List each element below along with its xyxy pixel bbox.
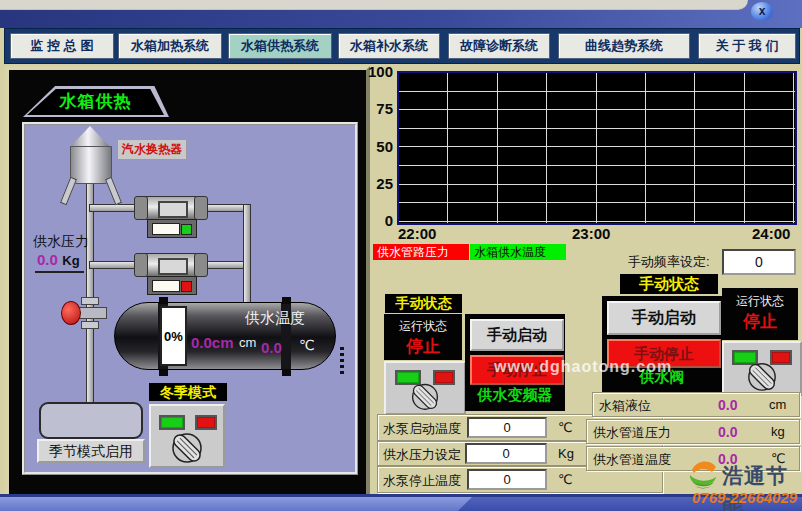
supply-pressure-set-input[interactable] (465, 443, 547, 464)
tab-tank-heating-system[interactable]: 水箱加热系统 (118, 33, 222, 59)
panel-title: 水箱供热 (27, 89, 164, 115)
x-tick-2200: 22:00 (398, 225, 436, 242)
inverter-device-name: 供水变频器 (465, 386, 565, 405)
inverter-button-frame: 手动启动 手动停止 供水变频器 (465, 314, 565, 411)
y-tick-25: 25 (360, 175, 393, 192)
pipe-vertical-to-tank (243, 204, 251, 305)
supply-pipe-pressure-readout: 0.0 (718, 424, 737, 440)
pump-start-temp-input[interactable] (467, 417, 547, 438)
supply-pressure-readout: 0.0 Kg (35, 251, 84, 273)
setpoint-label: 水泵停止温度 (383, 472, 461, 490)
tab-tank-heat-supply-system[interactable]: 水箱供热系统 (228, 33, 332, 59)
season-red-light (195, 415, 217, 430)
steam-dots (340, 347, 344, 377)
trend-chart-plot (397, 71, 797, 225)
y-tick-0: 0 (360, 212, 393, 229)
pump-1 (135, 196, 207, 220)
inverter-run-status-label: 运行状态 (384, 318, 462, 335)
rotary-switch-icon (168, 430, 206, 464)
close-icon[interactable]: x (751, 2, 773, 21)
valve-run-status-panel: 运行状态 停止 (722, 288, 798, 340)
valve-manual-status-label: 手动状态 (620, 274, 718, 294)
legend-supply-line-pressure: 供水管路压力 (373, 244, 469, 260)
valve-flange-bottom (81, 321, 99, 329)
season-mode-switch[interactable] (149, 404, 225, 468)
winter-mode-label: 冬季模式 (149, 383, 227, 401)
titlebar-highlight-strip (0, 0, 748, 10)
setpoint-unit: Kg (558, 446, 574, 461)
legend-tank-supply-temp: 水箱供水温度 (470, 244, 566, 260)
valve-run-status-value: 停止 (722, 310, 798, 333)
valve-handwheel[interactable] (61, 301, 81, 325)
setpoint-label: 水泵启动温度 (383, 420, 461, 438)
heat-exchanger-label: 汽水换热器 (117, 139, 187, 160)
pump-stop-temp-input[interactable] (467, 469, 547, 490)
setpoint-unit: ℃ (558, 472, 573, 487)
valve-body (77, 307, 107, 319)
y-tick-50: 50 (360, 138, 393, 155)
tab-fault-diagnosis-system[interactable]: 故障诊断系统 (448, 33, 550, 59)
supply-pressure-value: 0.0 (37, 251, 58, 268)
hmi-window: x 监 控 总 图 水箱加热系统 水箱供热系统 水箱补水系统 故障诊断系统 曲线… (0, 0, 802, 511)
valve-device-name: 供水阀 (602, 368, 722, 387)
supply-pressure-unit: Kg (62, 253, 79, 268)
tab-trend-curve-system[interactable]: 曲线趋势系统 (558, 33, 690, 59)
valve-flange-top (81, 297, 99, 305)
season-mode-enable-button[interactable]: 季节模式启用 (37, 439, 145, 463)
valve-manual-stop-button[interactable]: 手动停止 (607, 339, 721, 368)
rotary-switch-icon (743, 360, 781, 392)
setpoint-unit: ℃ (558, 420, 573, 435)
supply-pressure-label: 供水压力 (33, 233, 89, 251)
tank-level-readout: 0.0 (718, 397, 737, 413)
y-tick-75: 75 (360, 100, 393, 117)
pump-1-status-light (181, 224, 192, 235)
tab-tank-refill-system[interactable]: 水箱补水系统 (338, 33, 440, 59)
inverter-manual-status-label: 手动状态 (385, 294, 462, 313)
tank-temp-label: 供水温度 (245, 309, 305, 328)
tank-temp-unit: ℃ (299, 337, 315, 353)
tab-monitor-overview[interactable]: 监 控 总 图 (10, 33, 114, 59)
readout-label: 水箱液位 (599, 397, 651, 415)
readout-row: 供水管道压力 0.0 kg (586, 419, 800, 444)
season-mode-display (39, 402, 143, 439)
tank-level-unit: cm (239, 335, 256, 350)
x-tick-2400: 24:00 (752, 225, 790, 242)
manual-freq-label: 手动频率设定: (628, 253, 710, 271)
heat-exchanger-leg-left (60, 177, 77, 206)
inverter-run-status-value: 停止 (384, 335, 462, 358)
heat-exchanger-cone (70, 126, 110, 147)
pump-2-display (147, 276, 197, 295)
valve-manual-start-button[interactable]: 手动启动 (607, 301, 721, 335)
inverter-switch[interactable] (384, 361, 466, 415)
valve-switch[interactable] (722, 341, 802, 396)
heat-exchanger-leg-right (105, 177, 122, 206)
rotary-switch-icon (406, 381, 444, 411)
tank-level-bar: 0% (160, 306, 187, 366)
readout-row: 水箱液位 0.0 cm (592, 392, 800, 417)
taskbar-left (0, 497, 472, 511)
company-phone: 0769-22664029 (692, 489, 797, 506)
inverter-manual-stop-button[interactable]: 手动停止 (470, 355, 564, 385)
pump-2-status-light (181, 281, 192, 292)
setpoint-label: 供水压力设定 (383, 446, 461, 464)
panel-title-tab: 水箱供热 (23, 86, 169, 117)
inverter-run-status-panel: 运行状态 停止 (384, 314, 462, 360)
supply-tank: 0% 0.0cm cm 供水温度 0.0 ℃ (114, 302, 336, 370)
readout-unit: kg (771, 424, 785, 439)
pump-2 (135, 253, 207, 277)
manual-freq-input[interactable] (722, 249, 796, 275)
x-tick-2300: 23:00 (572, 225, 610, 242)
readout-unit: cm (769, 397, 786, 412)
season-green-light (159, 415, 185, 430)
y-tick-100: 100 (360, 63, 393, 80)
readout-label: 供水管道温度 (593, 451, 671, 469)
tank-temp-value: 0.0 (261, 339, 282, 356)
tank-level-value: 0.0cm (191, 334, 234, 351)
pump-1-display (147, 219, 197, 238)
valve-button-frame: 手动启动 手动停止 供水阀 (602, 296, 722, 392)
mimic-panel: 汽水换热器 供水压力 0.0 Kg (5, 66, 370, 505)
readout-label: 供水管道压力 (593, 424, 671, 442)
inverter-manual-start-button[interactable]: 手动启动 (470, 319, 564, 351)
mimic-diagram: 汽水换热器 供水压力 0.0 Kg (22, 122, 358, 475)
tab-about-us[interactable]: 关 于 我 们 (698, 33, 796, 59)
